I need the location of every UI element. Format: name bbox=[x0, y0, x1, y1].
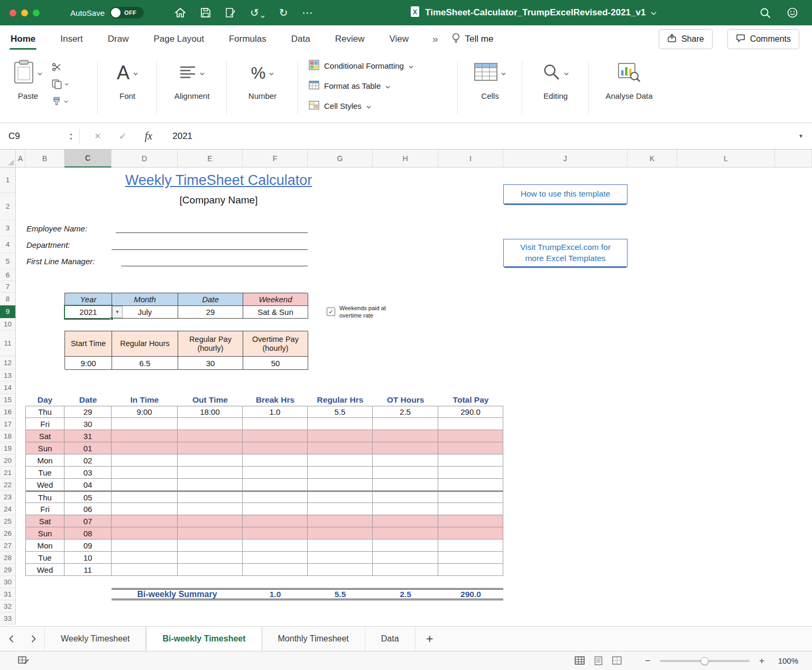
timesheet-cell-r16-day[interactable]: Thu bbox=[25, 406, 64, 418]
timesheet-cell-r17-break_hrs[interactable] bbox=[243, 418, 308, 430]
timesheet-cell-r18-date[interactable]: 31 bbox=[64, 430, 112, 442]
timesheet-cell-r25-total_pay[interactable] bbox=[438, 515, 503, 527]
timesheet-cell-r16-regular_hrs[interactable]: 5.5 bbox=[308, 406, 373, 418]
timesheet-cell-r24-in_time[interactable] bbox=[112, 503, 178, 515]
timesheet-cell-r25-regular_hrs[interactable] bbox=[308, 515, 373, 527]
autosave-toggle[interactable]: OFF bbox=[110, 7, 144, 18]
column-header-A[interactable]: A bbox=[16, 150, 25, 168]
timesheet-cell-r16-out_time[interactable]: 18:00 bbox=[178, 406, 243, 418]
tab-page-layout[interactable]: Page Layout bbox=[152, 26, 205, 52]
column-header-B[interactable]: B bbox=[25, 150, 64, 168]
timesheet-cell-r29-in_time[interactable] bbox=[112, 564, 178, 576]
timesheet-cell-r20-regular_hrs[interactable] bbox=[308, 454, 373, 467]
timesheet-cell-r18-regular_hrs[interactable] bbox=[308, 430, 373, 442]
row-header-15[interactable]: 15 bbox=[0, 394, 16, 406]
row-header-25[interactable]: 25 bbox=[0, 515, 16, 527]
department-field[interactable] bbox=[112, 236, 308, 250]
timesheet-cell-r16-in_time[interactable]: 9:00 bbox=[112, 406, 178, 418]
next-sheet-icon[interactable] bbox=[22, 627, 44, 651]
timesheet-cell-r17-total_pay[interactable] bbox=[438, 418, 503, 430]
minimize-window-button[interactable] bbox=[21, 10, 28, 16]
timesheet-cell-r23-in_time[interactable] bbox=[112, 491, 178, 503]
timesheet-cell-r20-break_hrs[interactable] bbox=[243, 454, 308, 467]
row-header-8[interactable]: 8 bbox=[0, 293, 16, 305]
timesheet-cell-r19-in_time[interactable] bbox=[112, 442, 178, 454]
zoom-slider[interactable] bbox=[660, 660, 750, 662]
cell-C12-start-time[interactable]: 9:00 bbox=[65, 357, 112, 370]
row-header-28[interactable]: 28 bbox=[0, 552, 16, 564]
feedback-smiley-icon[interactable] bbox=[787, 7, 798, 18]
timesheet-cell-r29-date[interactable]: 11 bbox=[64, 564, 112, 576]
row-header-13[interactable]: 13 bbox=[0, 369, 16, 381]
timesheet-cell-r21-out_time[interactable] bbox=[178, 467, 243, 479]
timesheet-cell-r23-ot_hours[interactable] bbox=[373, 491, 438, 503]
timesheet-cell-r18-day[interactable]: Sat bbox=[25, 430, 64, 442]
cell-D12-regular-hours[interactable]: 6.5 bbox=[112, 357, 178, 370]
sheet-tab-biweekly-timesheet[interactable]: Bi-weekly Timesheet bbox=[146, 627, 262, 651]
pay-header-regular-hours[interactable]: Regular Hours bbox=[112, 331, 178, 357]
column-header-H[interactable]: H bbox=[373, 150, 438, 168]
pay-header-start-time[interactable]: Start Time bbox=[65, 331, 112, 357]
timesheet-cell-r27-ot_hours[interactable] bbox=[373, 539, 438, 552]
timesheet-cell-r22-break_hrs[interactable] bbox=[243, 479, 308, 491]
tab-home[interactable]: Home bbox=[10, 26, 36, 52]
row-header-14[interactable]: 14 bbox=[0, 381, 16, 394]
timesheet-cell-r20-ot_hours[interactable] bbox=[373, 454, 438, 467]
timesheet-cell-r25-break_hrs[interactable] bbox=[243, 515, 308, 527]
zoom-window-button[interactable] bbox=[33, 10, 40, 16]
timesheet-cell-r16-ot_hours[interactable]: 2.5 bbox=[373, 406, 438, 418]
previous-sheet-icon[interactable] bbox=[0, 627, 22, 651]
row-header-20[interactable]: 20 bbox=[0, 454, 16, 467]
timesheet-cell-r29-ot_hours[interactable] bbox=[373, 564, 438, 576]
undo-button[interactable]: ↺ bbox=[250, 7, 265, 18]
employee-name-field[interactable] bbox=[116, 220, 308, 233]
timesheet-cell-r28-ot_hours[interactable] bbox=[373, 552, 438, 564]
timesheet-cell-r29-total_pay[interactable] bbox=[438, 564, 503, 576]
name-box-stepper[interactable]: ▲ ▼ bbox=[69, 132, 73, 141]
timesheet-cell-r27-in_time[interactable] bbox=[112, 539, 178, 552]
tab-view[interactable]: View bbox=[388, 26, 410, 52]
timesheet-cell-r17-date[interactable]: 30 bbox=[64, 418, 112, 430]
editing-button[interactable]: Editing bbox=[542, 58, 569, 100]
row-header-11[interactable]: 11 bbox=[0, 331, 16, 356]
copy-button[interactable] bbox=[52, 79, 69, 89]
timesheet-cell-r21-in_time[interactable] bbox=[112, 467, 178, 479]
format-as-table-button[interactable]: Format as Table bbox=[309, 80, 390, 92]
enter-icon[interactable]: ✓ bbox=[119, 131, 127, 142]
row-header-21[interactable]: 21 bbox=[0, 467, 16, 479]
share-button[interactable]: Share bbox=[659, 29, 713, 49]
print-icon[interactable] bbox=[225, 7, 236, 18]
timesheet-cell-r23-date[interactable]: 05 bbox=[64, 491, 112, 503]
timesheet-cell-r19-ot_hours[interactable] bbox=[373, 442, 438, 454]
tab-review[interactable]: Review bbox=[334, 26, 366, 52]
save-icon[interactable] bbox=[200, 7, 211, 18]
row-header-5[interactable]: 5 bbox=[0, 253, 16, 269]
cell-E12-regular-pay[interactable]: 30 bbox=[178, 357, 243, 370]
timesheet-cell-r22-in_time[interactable] bbox=[112, 479, 178, 491]
tab-overflow-icon[interactable]: » bbox=[432, 33, 438, 45]
timesheet-cell-r18-out_time[interactable] bbox=[178, 430, 243, 442]
pay-header-regular-pay[interactable]: Regular Pay (hourly) bbox=[178, 331, 243, 357]
tell-me-button[interactable]: Tell me bbox=[452, 33, 494, 46]
timesheet-cell-r25-day[interactable]: Sat bbox=[25, 515, 64, 527]
row-header-18[interactable]: 18 bbox=[0, 430, 16, 442]
timesheet-cell-r16-date[interactable]: 29 bbox=[64, 406, 112, 418]
tab-draw[interactable]: Draw bbox=[107, 26, 130, 52]
timesheet-cell-r27-total_pay[interactable] bbox=[438, 539, 503, 552]
sheet-tab-weekly-timesheet[interactable]: Weekly Timesheet bbox=[44, 627, 146, 651]
row-header-24[interactable]: 24 bbox=[0, 503, 16, 515]
year-dropdown-button[interactable]: ▼ bbox=[112, 306, 123, 318]
timesheet-cell-r20-in_time[interactable] bbox=[112, 454, 178, 467]
font-button[interactable]: A Font bbox=[117, 58, 138, 100]
format-painter-button[interactable] bbox=[52, 97, 69, 106]
column-header-D[interactable]: D bbox=[112, 150, 178, 168]
redo-button[interactable]: ↻ bbox=[279, 7, 288, 18]
row-header-19[interactable]: 19 bbox=[0, 442, 16, 454]
timesheet-cell-r29-regular_hrs[interactable] bbox=[308, 564, 373, 576]
column-header-J[interactable]: J bbox=[503, 150, 628, 168]
how-to-use-button[interactable]: How to use this template bbox=[503, 184, 628, 204]
timesheet-cell-r28-in_time[interactable] bbox=[112, 552, 178, 564]
timesheet-cell-r17-out_time[interactable] bbox=[178, 418, 243, 430]
conditional-formatting-button[interactable]: Conditional Formatting bbox=[309, 60, 413, 72]
cancel-icon[interactable]: × bbox=[95, 130, 101, 142]
